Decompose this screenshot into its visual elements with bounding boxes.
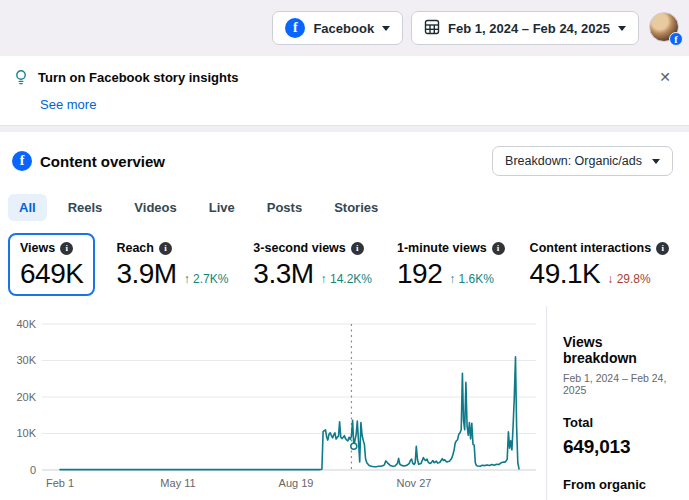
facebook-badge-icon: f: [669, 32, 683, 46]
metric-label: Views: [20, 241, 55, 255]
tab-all[interactable]: All: [8, 194, 47, 221]
date-range-label: Feb 1, 2024 – Feb 24, 2025: [448, 21, 610, 36]
metric-value: 649K: [20, 258, 83, 290]
see-more-link[interactable]: See more: [40, 97, 96, 112]
breakdown-label: Breakdown: Organic/ads: [505, 154, 642, 168]
info-icon[interactable]: [159, 242, 172, 255]
svg-text:30K: 30K: [16, 354, 36, 366]
calendar-icon: [424, 19, 440, 38]
info-icon[interactable]: [351, 242, 364, 255]
close-icon[interactable]: [655, 67, 675, 87]
metric-value: 3.9M: [116, 258, 176, 290]
svg-text:Feb 1: Feb 1: [46, 477, 74, 489]
svg-text:40K: 40K: [16, 318, 36, 330]
metric-label: 1-minute views: [397, 241, 487, 255]
metric-delta: ↓ 29.8%: [607, 272, 650, 286]
lightbulb-icon: [12, 68, 30, 86]
tab-posts[interactable]: Posts: [256, 194, 313, 221]
breakdown-row-total: Total 649,013: [563, 415, 679, 458]
info-icon[interactable]: [656, 242, 669, 255]
breakdown-label: From organic: [563, 477, 679, 492]
tab-videos[interactable]: Videos: [123, 194, 187, 221]
svg-text:Aug 19: Aug 19: [279, 477, 314, 489]
metric-3-second-views[interactable]: 3-second views 3.3M ↑ 14.2K%: [253, 233, 372, 296]
tab-live[interactable]: Live: [198, 194, 246, 221]
metrics-row: Views 649K Reach 3.9M ↑ 2.7K% 3-second v…: [0, 221, 689, 296]
chevron-down-icon: [618, 26, 626, 31]
svg-text:Nov 27: Nov 27: [397, 477, 432, 489]
metric-content-interactions[interactable]: Content interactions 49.1K ↓ 29.8%: [530, 233, 670, 296]
metric-delta: ↑ 14.2K%: [321, 272, 372, 286]
info-icon[interactable]: [60, 242, 73, 255]
profile-menu[interactable]: f: [649, 12, 681, 44]
metric-delta: ↑ 2.7K%: [184, 272, 229, 286]
facebook-logo-icon: f: [12, 151, 32, 171]
views-chart: 010K20K30K40KFeb 1May 11Aug 19Nov 27 Vie…: [0, 306, 547, 500]
info-icon[interactable]: [492, 242, 505, 255]
metric-value: 192: [397, 258, 442, 290]
metric-1-minute-views[interactable]: 1-minute views 192 ↑ 1.6K%: [397, 233, 505, 296]
metric-label: 3-second views: [253, 241, 345, 255]
breakdown-row-organic: From organic 100%: [563, 477, 679, 500]
line-chart[interactable]: 010K20K30K40KFeb 1May 11Aug 19Nov 27: [0, 312, 545, 500]
chevron-down-icon: [652, 159, 660, 164]
page-selector-button[interactable]: f Facebook: [272, 11, 403, 45]
panel-date-range: Feb 1, 2024 – Feb 24, 2025: [563, 372, 679, 396]
breakdown-value: 649,013: [563, 436, 679, 458]
metric-views[interactable]: Views 649K: [8, 233, 95, 296]
breakdown-label: Total: [563, 415, 679, 430]
tab-reels[interactable]: Reels: [57, 194, 114, 221]
svg-text:0: 0: [30, 464, 36, 476]
content-tabs: All Reels Videos Live Posts Stories: [0, 176, 689, 221]
svg-text:May 11: May 11: [160, 477, 195, 489]
metric-reach[interactable]: Reach 3.9M ↑ 2.7K%: [116, 233, 228, 296]
metric-value: 49.1K: [530, 258, 601, 290]
content-overview-section: f Content overview Breakdown: Organic/ad…: [0, 132, 689, 500]
facebook-logo-icon: f: [285, 18, 305, 38]
section-title: Content overview: [40, 153, 492, 170]
svg-text:20K: 20K: [16, 391, 36, 403]
metric-delta: ↑ 1.6K%: [449, 272, 494, 286]
story-insights-banner: Turn on Facebook story insights See more: [0, 56, 689, 126]
metric-label: Content interactions: [530, 241, 652, 255]
chevron-down-icon: [382, 26, 390, 31]
svg-text:10K: 10K: [16, 427, 36, 439]
banner-title: Turn on Facebook story insights: [38, 70, 655, 85]
panel-title: Views breakdown: [563, 334, 679, 366]
page-selector-label: Facebook: [313, 21, 374, 36]
metric-value: 3.3M: [253, 258, 313, 290]
metric-label: Reach: [116, 241, 154, 255]
breakdown-dropdown[interactable]: Breakdown: Organic/ads: [492, 146, 673, 176]
date-range-button[interactable]: Feb 1, 2024 – Feb 24, 2025: [411, 11, 639, 45]
tab-stories[interactable]: Stories: [323, 194, 389, 221]
top-bar: f Facebook Feb 1, 2024 – Feb 24, 2025 f: [0, 0, 689, 56]
views-breakdown-panel: Views breakdown Feb 1, 2024 – Feb 24, 20…: [547, 306, 689, 500]
